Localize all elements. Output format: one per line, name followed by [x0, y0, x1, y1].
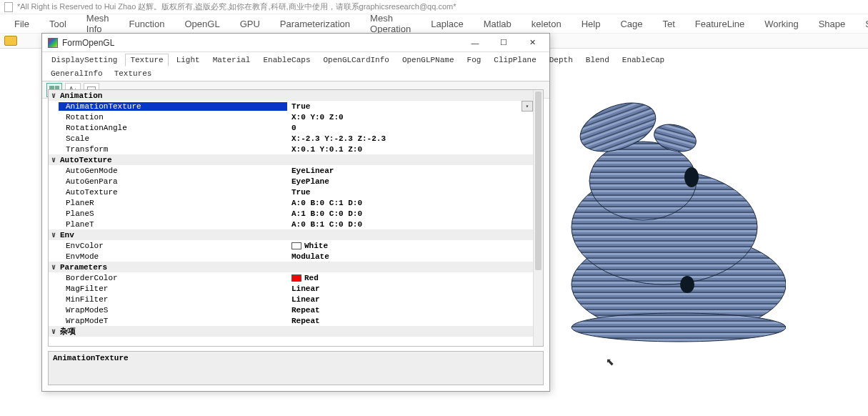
- prop-value: True: [291, 102, 310, 111]
- prop-envmode[interactable]: EnvModeModulate: [49, 251, 533, 262]
- expand-icon[interactable]: ∨: [49, 327, 59, 336]
- prop-planet[interactable]: PlaneTA:0 B:1 C:0 D:0: [49, 219, 533, 229]
- category-autotexture[interactable]: ∨AutoTexture: [49, 154, 533, 165]
- expand-icon[interactable]: ∨: [49, 262, 59, 272]
- scrollbar-thumb[interactable]: [535, 91, 542, 270]
- prop-name: EnvColor: [59, 242, 287, 250]
- tab-clipplane[interactable]: ClipPlane: [489, 54, 541, 66]
- dialog-title: FormOpenGL: [62, 38, 114, 48]
- prop-value: A:0 B:0 C:1 D:0: [291, 199, 362, 207]
- prop-rotation[interactable]: RotationX:0 Y:0 Z:0: [49, 112, 533, 122]
- prop-magfilter[interactable]: MagFilterLinear: [49, 283, 533, 294]
- category-animation[interactable]: ∨Animation: [49, 90, 533, 101]
- prop-value: A:0 B:1 C:0 D:0: [291, 220, 362, 229]
- prop-name: EnvMode: [59, 252, 287, 261]
- prop-minfilter[interactable]: MinFilterLinear: [49, 294, 533, 304]
- prop-scale[interactable]: ScaleX:-2.3 Y:-2.3 Z:-2.3: [49, 133, 533, 144]
- prop-autotexture[interactable]: AutoTextureTrue: [49, 187, 533, 197]
- subtab-generalinfo[interactable]: GeneralInfo: [46, 68, 107, 79]
- prop-value: True: [291, 188, 310, 197]
- prop-name: PlaneS: [59, 209, 287, 218]
- prop-value: X:0.1 Y:0.1 Z:0: [291, 145, 362, 154]
- dialog-subtabs: GeneralInfoTextures: [42, 66, 549, 81]
- menu-cage[interactable]: Cage: [610, 16, 652, 31]
- tab-texture[interactable]: Texture: [125, 54, 168, 66]
- dialog-titlebar[interactable]: FormOpenGL — ☐ ✕: [42, 34, 549, 52]
- category-env[interactable]: ∨Env: [49, 229, 533, 240]
- subtab-textures[interactable]: Textures: [110, 68, 156, 79]
- description-title: AnimationTexture: [53, 354, 539, 362]
- category-parameters[interactable]: ∨Parameters: [49, 262, 533, 272]
- prop-envcolor[interactable]: EnvColorWhite: [49, 240, 533, 251]
- tab-depth[interactable]: Depth: [544, 54, 578, 66]
- prop-transform[interactable]: TransformX:0.1 Y:0.1 Z:0: [49, 144, 533, 154]
- category-杂项[interactable]: ∨杂项: [49, 326, 533, 337]
- prop-animationtexture[interactable]: AnimationTextureTrue▾: [49, 101, 533, 112]
- svg-point-8: [572, 313, 786, 342]
- prop-value: EyePlane: [291, 177, 329, 186]
- color-swatch: [291, 242, 301, 249]
- menu-help[interactable]: Help: [572, 16, 611, 31]
- dropdown-icon[interactable]: ▾: [522, 101, 533, 112]
- menu-opengl[interactable]: OpenGL: [174, 16, 229, 31]
- expand-icon[interactable]: ∨: [49, 230, 59, 239]
- menu-file[interactable]: File: [4, 16, 39, 31]
- menu-function[interactable]: Function: [119, 16, 175, 31]
- menu-tet[interactable]: Tet: [653, 16, 685, 31]
- menu-parameterization[interactable]: Parameterization: [270, 16, 360, 31]
- tab-enablecap[interactable]: EnableCap: [617, 54, 669, 66]
- expand-icon[interactable]: ∨: [49, 91, 59, 100]
- tab-displaysetting[interactable]: DisplaySetting: [46, 54, 122, 66]
- menu-skinn[interactable]: Skinn: [855, 16, 868, 31]
- prop-name: MinFilter: [59, 295, 287, 304]
- prop-rotationangle[interactable]: RotationAngle0: [49, 122, 533, 133]
- prop-planes[interactable]: PlaneSA:1 B:0 C:0 D:0: [49, 208, 533, 219]
- prop-wrapmodet[interactable]: WrapModeTRepeat: [49, 315, 533, 326]
- tab-openglpname[interactable]: OpenGLPName: [397, 54, 459, 66]
- prop-name: PlaneT: [59, 220, 287, 229]
- document-icon: [4, 2, 13, 12]
- tab-material[interactable]: Material: [208, 54, 256, 66]
- menu-matlab[interactable]: Matlab: [474, 16, 522, 31]
- prop-value: Repeat: [291, 306, 320, 315]
- maximize-button[interactable]: ☐: [489, 35, 518, 51]
- menu-laplace[interactable]: Laplace: [421, 16, 474, 31]
- open-folder-icon[interactable]: [4, 36, 17, 46]
- expand-icon[interactable]: ∨: [49, 155, 59, 164]
- dialog-tabs: DisplaySettingTextureLightMaterialEnable…: [42, 52, 549, 66]
- minimize-button[interactable]: —: [461, 35, 489, 51]
- menu-gpu[interactable]: GPU: [230, 16, 270, 31]
- property-grid[interactable]: ∨AnimationAnimationTextureTrue▾RotationX…: [48, 89, 544, 347]
- prop-wrapmodes[interactable]: WrapModeSRepeat: [49, 304, 533, 315]
- prop-autogenmode[interactable]: AutoGenModeEyeLinear: [49, 165, 533, 176]
- prop-name: PlaneR: [59, 199, 287, 207]
- tab-fog[interactable]: Fog: [462, 54, 487, 66]
- prop-name: AutoGenMode: [59, 167, 287, 175]
- menu-tool[interactable]: Tool: [39, 16, 76, 31]
- prop-value: Modulate: [291, 252, 329, 261]
- tab-openglcardinfo[interactable]: OpenGLCardInfo: [318, 54, 394, 66]
- prop-value: X:0 Y:0 Z:0: [291, 113, 344, 122]
- form-opengl-dialog[interactable]: FormOpenGL — ☐ ✕ DisplaySettingTextureLi…: [41, 33, 550, 392]
- prop-bordercolor[interactable]: BorderColorRed: [49, 272, 533, 283]
- bunny-mesh: [550, 99, 786, 349]
- menu-shape[interactable]: Shape: [809, 16, 856, 31]
- svg-point-9: [684, 167, 699, 187]
- menu-featureline[interactable]: FeatureLine: [685, 16, 754, 31]
- prop-name: Transform: [59, 145, 287, 154]
- tab-light[interactable]: Light: [171, 54, 205, 66]
- menu-keleton[interactable]: keleton: [522, 16, 572, 31]
- prop-name: Scale: [59, 134, 287, 143]
- tab-blend[interactable]: Blend: [581, 54, 614, 66]
- menu-working[interactable]: Working: [754, 16, 808, 31]
- prop-name: AnimationTexture: [59, 102, 287, 111]
- prop-name: WrapModeS: [59, 306, 287, 315]
- prop-autogenpara[interactable]: AutoGenParaEyePlane: [49, 176, 533, 187]
- prop-planer[interactable]: PlaneRA:0 B:0 C:1 D:0: [49, 197, 533, 208]
- dialog-app-icon: [48, 38, 58, 48]
- color-swatch: [291, 274, 301, 282]
- tab-enablecaps[interactable]: EnableCaps: [258, 54, 315, 66]
- propertygrid-scrollbar[interactable]: [533, 90, 543, 346]
- prop-name: Rotation: [59, 113, 287, 122]
- close-button[interactable]: ✕: [518, 35, 547, 51]
